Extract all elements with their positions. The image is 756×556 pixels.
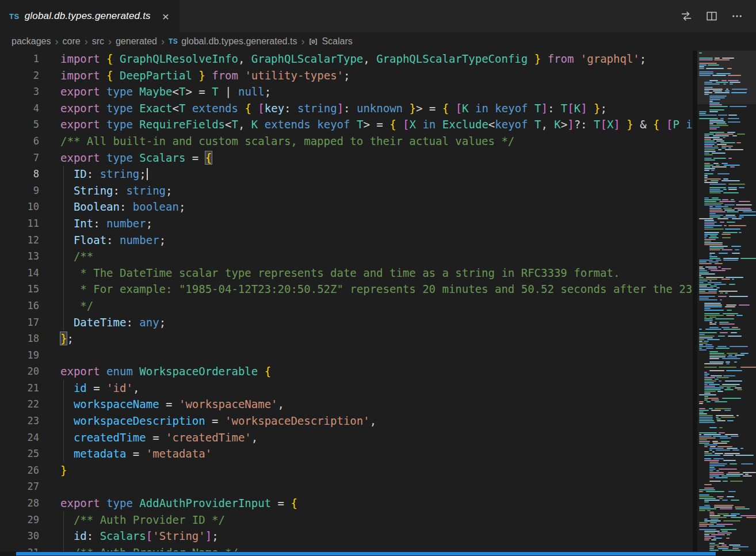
- code-line[interactable]: 12 Float: number;: [0, 232, 693, 249]
- breadcrumb-item-core[interactable]: core: [63, 36, 81, 47]
- line-number[interactable]: 28: [0, 495, 39, 512]
- line-number[interactable]: 25: [0, 445, 39, 462]
- breadcrumb-item-generated[interactable]: generated: [116, 36, 157, 47]
- line-number[interactable]: 9: [0, 182, 39, 199]
- code-line[interactable]: 10 Boolean: boolean;: [0, 199, 693, 215]
- line-number[interactable]: 12: [0, 232, 39, 249]
- code-token: export: [60, 102, 100, 115]
- breadcrumb-item-global-db-types-generated-ts[interactable]: TSglobal.db.types.generated.ts: [169, 36, 297, 47]
- minimap-token: [716, 377, 729, 378]
- line-number[interactable]: 7: [0, 150, 39, 166]
- line-number[interactable]: 27: [0, 478, 39, 495]
- code-token: ;: [343, 69, 350, 82]
- code-line[interactable]: 14 * The DateTime scalar type represents…: [0, 265, 693, 281]
- code-token: >: [561, 118, 567, 131]
- code-line[interactable]: 2import { DeepPartial } from 'utility-ty…: [0, 67, 693, 84]
- line-number[interactable]: 30: [0, 528, 39, 544]
- line-number[interactable]: 18: [0, 330, 39, 347]
- line-number[interactable]: 3: [0, 83, 39, 100]
- minimap-token: [721, 327, 729, 328]
- line-number[interactable]: 26: [0, 462, 39, 479]
- minimap-token: [704, 175, 708, 176]
- code-line[interactable]: 9 String: string;: [0, 182, 693, 199]
- code-line[interactable]: 24 createdTime = 'createdTime',: [0, 429, 693, 446]
- status-bar: [0, 551, 756, 556]
- editor-tab[interactable]: TS global.db.types.generated.ts ×: [0, 0, 180, 32]
- more-actions-icon[interactable]: [727, 6, 747, 26]
- code-line[interactable]: 23 workspaceDescription = 'workspaceDesc…: [0, 413, 693, 429]
- code-line[interactable]: 29 /** Auth Provider ID */: [0, 512, 693, 528]
- code-line[interactable]: 28export type AddAuthProviderInput = {: [0, 495, 693, 512]
- code-line[interactable]: 1import { GraphQLResolveInfo, GraphQLSca…: [0, 51, 693, 67]
- line-number[interactable]: 16: [0, 298, 39, 314]
- code-line[interactable]: 13 /**: [0, 248, 693, 265]
- minimap-token: [723, 520, 740, 521]
- code-line[interactable]: 16 */: [0, 298, 693, 314]
- code-line[interactable]: 8 ID: string;: [0, 166, 693, 182]
- line-number[interactable]: 21: [0, 380, 39, 397]
- minimap-token: [716, 470, 719, 471]
- line-number[interactable]: 5: [0, 116, 39, 133]
- close-icon[interactable]: ×: [160, 10, 171, 23]
- code-editor[interactable]: 1import { GraphQLResolveInfo, GraphQLSca…: [0, 51, 693, 551]
- code-line[interactable]: 6/** All built-in and custom scalars, ma…: [0, 133, 693, 150]
- code-line[interactable]: 3export type Maybe<T> = T | null;: [0, 83, 693, 100]
- line-number[interactable]: 22: [0, 396, 39, 413]
- code-line[interactable]: 27: [0, 478, 693, 495]
- minimap-token: [727, 310, 732, 311]
- line-number[interactable]: 2: [0, 67, 39, 84]
- open-changes-icon[interactable]: [677, 6, 696, 26]
- minimap[interactable]: [697, 51, 756, 551]
- line-number[interactable]: 8: [0, 166, 39, 182]
- split-editor-icon[interactable]: [702, 6, 721, 26]
- line-number[interactable]: 10: [0, 199, 39, 215]
- minimap-token: [736, 315, 743, 316]
- breadcrumb-item-packages[interactable]: packages: [12, 36, 51, 47]
- code-token: null: [238, 85, 265, 98]
- line-number[interactable]: 13: [0, 248, 39, 265]
- line-number[interactable]: 24: [0, 429, 39, 446]
- minimap-token: [704, 241, 711, 242]
- code-line[interactable]: 11 Int: number;: [0, 215, 693, 232]
- code-token: K: [574, 102, 581, 115]
- code-line[interactable]: 19: [0, 347, 693, 364]
- minimap-slider[interactable]: [697, 51, 756, 104]
- code-line[interactable]: 26}: [0, 462, 693, 479]
- code-token: DeepPartial: [120, 69, 192, 82]
- code-token: DateTime: [74, 316, 127, 329]
- line-number[interactable]: 6: [0, 133, 39, 150]
- code-line[interactable]: 31 /** Auth Provider Name */: [0, 544, 693, 551]
- code-line[interactable]: 30 id: Scalars['String'];: [0, 528, 693, 544]
- code-line[interactable]: 20export enum WorkspaceOrderable {: [0, 363, 693, 380]
- code-line[interactable]: 17 DateTime: any;: [0, 314, 693, 331]
- minimap-token: [709, 317, 716, 318]
- minimap-token: [699, 113, 706, 114]
- line-number[interactable]: 29: [0, 512, 39, 528]
- line-number[interactable]: 1: [0, 51, 39, 67]
- code-line[interactable]: 18};: [0, 330, 693, 347]
- code-token: type: [106, 118, 133, 131]
- line-number[interactable]: 4: [0, 100, 39, 117]
- breadcrumb-item-src[interactable]: src: [92, 36, 104, 47]
- minimap-token: [728, 184, 746, 185]
- line-number[interactable]: 23: [0, 413, 39, 429]
- code-line[interactable]: 22 workspaceName = 'workspaceName',: [0, 396, 693, 413]
- code-line[interactable]: 7export type Scalars = {: [0, 150, 693, 166]
- line-number[interactable]: 17: [0, 314, 39, 331]
- minimap-token: [720, 118, 724, 119]
- line-number[interactable]: 15: [0, 281, 39, 298]
- code-line[interactable]: 21 id = 'id',: [0, 380, 693, 397]
- code-token: type: [106, 102, 133, 115]
- code-token: }: [60, 332, 67, 345]
- line-number[interactable]: 19: [0, 347, 39, 364]
- code-line[interactable]: 15 * For example: "1985-04-12T23:20:50.5…: [0, 281, 693, 298]
- code-line[interactable]: 4export type Exact<T extends { [key: str…: [0, 100, 693, 117]
- code-line[interactable]: 25 metadata = 'metadata': [0, 445, 693, 462]
- minimap-token: [709, 213, 716, 214]
- line-number[interactable]: 11: [0, 215, 39, 232]
- breadcrumb-item-scalars[interactable]: Scalars: [308, 36, 352, 47]
- line-number[interactable]: 31: [0, 544, 39, 551]
- line-number[interactable]: 14: [0, 265, 39, 281]
- line-number[interactable]: 20: [0, 363, 39, 380]
- code-line[interactable]: 5export type RequireFields<T, K extends …: [0, 116, 693, 133]
